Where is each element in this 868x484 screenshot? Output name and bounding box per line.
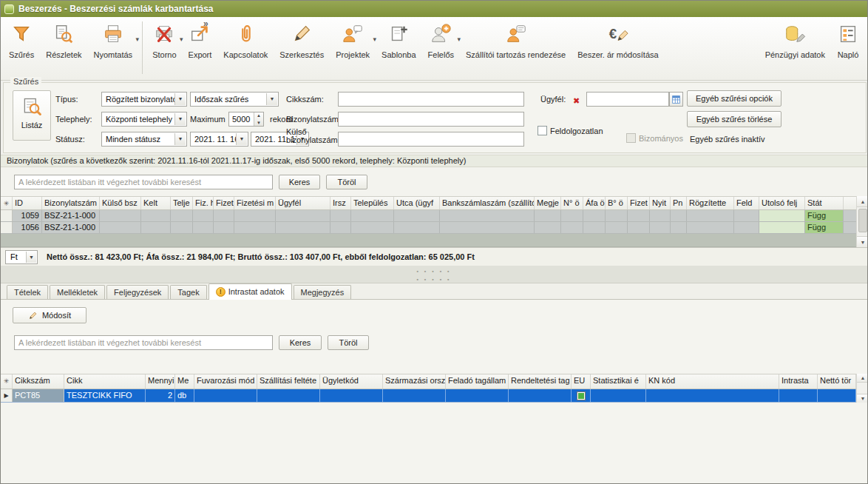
column-header[interactable]: Rögzítette — [687, 197, 734, 209]
column-header[interactable]: Bizonylatszám — [42, 197, 100, 209]
scrollbar-thumb[interactable] — [858, 209, 867, 232]
customer-lookup-button[interactable] — [669, 92, 683, 107]
tab-feljegyzesek[interactable]: Feljegyzések — [106, 285, 169, 299]
column-header[interactable]: Cikkszám — [13, 374, 64, 389]
currency-select[interactable]: Ft — [5, 250, 38, 264]
column-header[interactable]: Me — [175, 374, 194, 389]
modify-button[interactable]: Módosít — [13, 307, 87, 323]
column-header[interactable]: Irsz — [330, 197, 351, 209]
tab-megjegyzes[interactable]: Megjegyzés — [294, 285, 352, 299]
column-header[interactable]: Nettó tör — [818, 374, 856, 389]
splitter-handle[interactable] — [416, 269, 451, 274]
other-filter-options-button[interactable]: Egyéb szűrési opciók — [687, 90, 781, 107]
detail-clear-button[interactable]: Töröl — [328, 335, 369, 350]
toolbar-button-storno[interactable]: Storno — [147, 20, 181, 78]
toolbar-button-kapcsolatok[interactable]: Kapcsolatok — [218, 20, 273, 78]
column-header[interactable]: Utca (ügyf — [394, 197, 440, 209]
toolbar-button-beszer-ar[interactable]: € Beszer. ár módosítása — [572, 20, 663, 78]
column-header[interactable]: Fizet — [214, 197, 234, 209]
column-header[interactable]: Kelt — [141, 197, 171, 209]
column-header[interactable]: Intrasta — [779, 374, 818, 389]
listaz-button[interactable]: Listáz — [13, 90, 51, 141]
column-header[interactable]: Külső bsz — [100, 197, 141, 209]
detail-search-button[interactable]: Keres — [279, 335, 322, 350]
documents-clear-button[interactable]: Töröl — [326, 175, 367, 189]
date-from-select[interactable]: 2021. 11. 16. — [190, 132, 248, 147]
documents-grid-scrollbar[interactable]: ▲ ▼ — [856, 196, 868, 247]
column-header[interactable]: KN kód — [646, 374, 779, 389]
column-header[interactable]: Ügyfél — [276, 197, 330, 209]
eu-checkbox[interactable] — [577, 391, 586, 400]
column-header[interactable]: Nyit — [650, 197, 671, 209]
clear-customer-icon[interactable] — [573, 93, 585, 105]
toolbar-button-nyomtatas[interactable]: Nyomtatás — [89, 20, 138, 78]
column-header[interactable]: Feld — [734, 197, 759, 209]
column-header[interactable]: Pn — [671, 197, 687, 209]
period-select[interactable]: Időszak szűrés — [190, 92, 279, 107]
item-number-input[interactable] — [338, 92, 524, 107]
toolbar-button-szallitoi-tartozas[interactable]: Szállítói tartozás rendezése — [461, 20, 571, 78]
tab-intrastat-adatok[interactable]: Intrastat adatok — [208, 283, 292, 300]
column-header[interactable]: Statisztikai é — [591, 374, 646, 389]
toolbar-button-sablonba[interactable]: Sablonba — [376, 20, 421, 78]
toolbar-button-penzugyi-adatok[interactable]: Pénzügyi adatok — [760, 20, 830, 78]
detail-search-input[interactable] — [14, 335, 273, 350]
site-select[interactable]: Központi telephely — [101, 112, 187, 127]
column-header[interactable]: Mennyi — [146, 374, 175, 389]
type-select[interactable]: Rögzített bizonylatok — [101, 92, 187, 107]
toolbar-button-naplo[interactable]: Napló — [832, 20, 864, 78]
doc-number-input[interactable] — [338, 112, 524, 127]
status-select[interactable]: Minden státusz — [101, 132, 187, 147]
column-header[interactable]: Fiz. h — [193, 197, 214, 209]
toolbar-overflow-chevron[interactable]: » — [203, 19, 208, 29]
tab-mellekletek[interactable]: Mellékletek — [50, 285, 105, 299]
panel-splitter[interactable] — [1, 266, 867, 283]
table-row[interactable]: 1059 BSZ-21-1-000 Függ — [1, 210, 856, 222]
tab-tetelek[interactable]: Tételek — [7, 285, 48, 299]
column-header[interactable]: Telje — [171, 197, 193, 209]
column-header[interactable]: ID — [13, 197, 42, 209]
toolbar-button-felelos[interactable]: Felelős — [423, 20, 459, 78]
intrastat-grid-scrollbar[interactable]: ▲ ▼ — [856, 374, 868, 403]
chevron-down-icon[interactable] — [136, 31, 140, 44]
column-header[interactable]: Bankszámlaszám (szállító) — [440, 197, 535, 209]
toolbar-button-szures[interactable]: Szűrés — [4, 20, 39, 78]
max-records-spinner[interactable]: 5000 — [228, 112, 264, 127]
column-header[interactable]: Származási orsz — [383, 374, 446, 389]
customer-input[interactable] — [586, 92, 669, 107]
column-header[interactable]: Ügyletkód — [320, 374, 383, 389]
column-header[interactable]: Fizet — [628, 197, 650, 209]
scroll-up-icon[interactable]: ▲ — [857, 374, 868, 383]
scroll-down-icon[interactable]: ▼ — [857, 394, 868, 403]
toolbar-button-reszletek[interactable]: Részletek — [41, 20, 87, 78]
column-header[interactable]: B° ö — [606, 197, 628, 209]
column-header[interactable]: Szállítási feltéte — [257, 374, 320, 389]
column-header[interactable]: Stát — [805, 197, 844, 209]
column-header[interactable]: Utolsó felj — [759, 197, 805, 209]
column-header[interactable]: Feladó tagállam — [446, 374, 509, 389]
column-header[interactable]: Település — [351, 197, 394, 209]
title-bar[interactable]: Beszerzés - Beszerzési számlák karbantar… — [1, 1, 867, 17]
documents-search-button[interactable]: Keres — [279, 175, 320, 189]
toolbar-button-projektek[interactable]: Projektek — [330, 20, 375, 78]
toolbar-button-szerkesztes[interactable]: Szerkesztés — [274, 20, 329, 78]
tab-tagek[interactable]: Tagek — [170, 285, 206, 299]
toolbar-button-export[interactable]: Export — [183, 20, 217, 78]
chevron-down-icon[interactable] — [180, 31, 183, 44]
column-header[interactable]: Fizetési m — [234, 197, 276, 209]
column-header[interactable]: Áfa ö — [583, 197, 606, 209]
other-filter-clear-button[interactable]: Egyéb szűrés törlése — [687, 111, 781, 127]
selected-row[interactable]: PCT85 TESZTCIKK FIFO 2 db — [1, 389, 856, 403]
table-row[interactable]: 1056 BSZ-21-1-000 Függ — [1, 222, 856, 234]
column-header[interactable]: Fuvarozási mód — [194, 374, 257, 389]
column-header[interactable]: EU — [572, 374, 591, 389]
column-header[interactable]: Megje — [535, 197, 561, 209]
column-header[interactable]: Rendeltetési tag — [509, 374, 572, 389]
column-header[interactable]: N° ö — [561, 197, 583, 209]
scroll-up-icon[interactable]: ▲ — [857, 196, 868, 207]
scroll-down-icon[interactable]: ▼ — [857, 236, 868, 247]
splitter-handle[interactable] — [416, 277, 451, 282]
column-header[interactable]: Cikk — [64, 374, 146, 389]
documents-search-input[interactable] — [14, 175, 273, 189]
external-doc-input[interactable] — [338, 132, 524, 147]
